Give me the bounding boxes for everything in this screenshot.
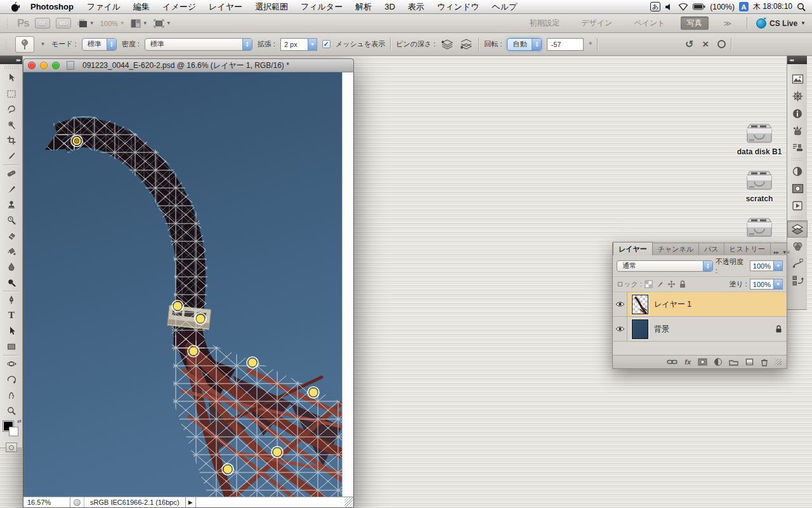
panel-menu-icon[interactable]: ▼≡ [782,250,790,255]
menu-file[interactable]: ファイル [81,0,127,14]
launch-mini-bridge-button[interactable]: Mb [56,18,71,29]
color-panel-icon[interactable] [787,122,808,139]
menu-clock[interactable]: 木 18:08:10 [753,1,792,12]
input-source-icon[interactable]: あ [650,2,660,11]
pin-forward-button[interactable] [440,38,454,51]
input-method-icon[interactable]: A [739,2,749,11]
spotlight-icon[interactable] [797,3,806,11]
masks-panel-icon[interactable] [787,180,808,197]
lasso-tool[interactable] [0,102,23,117]
move-tool[interactable] [0,70,23,86]
adjustments-panel-icon[interactable] [787,163,808,180]
rotate-mode-select[interactable]: 自動▲▼ [507,38,542,51]
puppet-pin[interactable] [195,313,206,324]
volume-icon[interactable] [665,3,674,11]
layers-panel-icon[interactable] [787,220,808,237]
mode-select[interactable]: 標準▲▼ [82,38,117,51]
panel-grip[interactable] [791,157,803,161]
app-menu-photoshop[interactable]: Photoshop [23,2,81,11]
drag-grip[interactable] [5,39,8,50]
menu-edit[interactable]: 編集 [127,0,156,14]
paths-panel-icon[interactable] [787,255,808,272]
lock-pixels-icon[interactable] [656,280,664,288]
density-select[interactable]: 標準▲▼ [145,38,252,51]
layer-name[interactable]: 背景 [654,324,669,335]
paint-bucket-tool[interactable] [0,244,23,260]
rotate-angle-input[interactable]: -57 [547,38,584,51]
lock-position-icon[interactable] [667,280,676,288]
pen-tool[interactable] [0,292,23,308]
zoom-level-control[interactable]: 100%▼ [100,20,125,27]
collapse-tools-button[interactable]: ▸▸ [0,56,22,64]
background-color[interactable] [9,427,18,436]
layer-comps-panel-icon[interactable] [787,272,808,289]
hand-tool[interactable] [0,387,23,403]
zoom-tool[interactable] [0,403,23,419]
show-mesh-checkbox[interactable] [322,40,331,48]
document-titlebar[interactable]: 091223_0044_E-620-2.psd @ 16.6% (レイヤー 1,… [23,58,354,72]
close-window-button[interactable] [28,62,36,69]
crop-tool[interactable] [0,133,23,149]
desktop-icon-scratch[interactable]: scratch [731,168,788,203]
tab-history[interactable]: ヒストリー [724,243,771,255]
pin-backward-button[interactable] [459,38,473,51]
expansion-caret[interactable]: ▼ [308,38,317,51]
apple-menu[interactable] [6,1,23,12]
fill-caret[interactable]: ▼ [774,279,783,290]
puppet-pin[interactable] [247,357,258,368]
window-resize-grip[interactable] [344,497,353,507]
puppet-pin[interactable] [272,446,283,458]
dodge-tool[interactable] [0,275,23,291]
menu-layer[interactable]: レイヤー [202,0,249,14]
layer-visibility-toggle[interactable] [613,317,627,341]
path-selection-tool[interactable] [0,323,23,339]
layer-row-1[interactable]: レイヤー 1 [613,292,787,317]
rectangle-tool[interactable] [0,339,23,355]
3d-roll-tool[interactable] [0,372,23,388]
layer-visibility-toggle[interactable] [613,292,627,316]
expansion-input[interactable]: 2 px [280,38,308,51]
launch-bridge-button[interactable]: Br [35,18,50,29]
quick-selection-tool[interactable] [0,117,23,133]
link-layers-icon[interactable] [667,359,678,365]
battery-icon[interactable] [693,3,705,10]
menu-image[interactable]: イメージ [156,0,202,14]
document-canvas[interactable] [23,72,342,497]
zoom-level-field[interactable]: 16.57% [23,497,70,507]
blend-mode-select[interactable]: 通常▲▼ [617,260,713,272]
zoom-window-button[interactable] [52,62,60,69]
new-group-icon[interactable] [729,359,738,366]
blur-tool[interactable] [0,259,23,275]
menu-analysis[interactable]: 解析 [349,0,378,14]
opacity-caret[interactable]: ▼ [774,260,783,271]
menu-window[interactable]: ウィンドウ [431,0,486,14]
layer-thumbnail[interactable] [632,319,648,339]
cs-live-button[interactable]: CS Live▼ [756,18,806,29]
brush-tool[interactable] [0,182,23,197]
menu-view[interactable]: 表示 [402,0,431,14]
swap-colors-icon[interactable]: ⇄ [17,418,22,424]
menu-filter[interactable]: フィルター [294,0,349,14]
quick-mask-button[interactable] [6,443,17,452]
workspace-overflow-button[interactable]: ≫ [717,18,738,29]
eyedropper-tool[interactable] [0,149,23,164]
3d-rotate-tool[interactable] [0,356,23,372]
panel-resize-grip[interactable] [775,359,782,365]
new-layer-icon[interactable] [745,358,754,366]
puppet-pin-selected[interactable] [71,135,82,147]
workspace-essentials[interactable]: 初期設定 [523,17,566,30]
layer-row-background[interactable]: 背景 [613,317,787,342]
puppet-warp-tool-icon[interactable] [15,36,34,53]
puppet-pin[interactable] [308,387,319,398]
mini-bridge-panel-icon[interactable] [787,70,808,88]
workspace-design[interactable]: デザイン [575,17,619,30]
layer-style-icon[interactable]: fx [684,358,691,366]
desktop-icon-data-disk[interactable]: data disk B1 [731,121,788,156]
spot-healing-brush-tool[interactable] [0,166,23,182]
lock-transparency-icon[interactable] [645,280,653,288]
menu-help[interactable]: ヘルプ [485,0,523,14]
collapse-panel-icon[interactable]: ▸▸ [774,250,779,255]
menu-select[interactable]: 選択範囲 [249,0,294,14]
cancel-warp-button[interactable]: × [702,40,709,48]
rectangular-marquee-tool[interactable] [0,86,23,102]
